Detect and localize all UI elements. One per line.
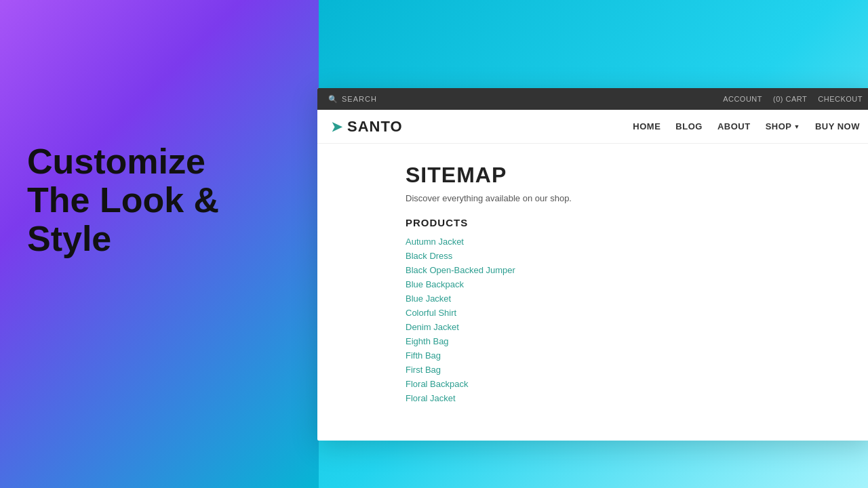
cart-link[interactable]: (0) CART — [773, 95, 807, 103]
store-window: 🔍 SEARCH ACCOUNT (0) CART CHECKOUT ➤ SAN… — [317, 88, 868, 441]
utility-bar-right: ACCOUNT (0) CART CHECKOUT — [723, 95, 863, 103]
product-link-item[interactable]: Blue Backpack — [406, 279, 819, 289]
product-link-item[interactable]: Black Open-Backed Jumper — [406, 265, 819, 275]
nav-blog[interactable]: BLOG — [675, 121, 703, 131]
search-icon: 🔍 — [328, 95, 338, 104]
nav-buy-now[interactable]: BUY NOW — [815, 121, 860, 131]
nav-links: HOME BLOG ABOUT SHOP ▼ BUY NOW — [633, 121, 860, 131]
hero-line1: Customize — [27, 142, 205, 181]
product-link-item[interactable]: Eighth Bag — [406, 336, 819, 346]
product-link-item[interactable]: Black Dress — [406, 251, 819, 261]
brand-name: SANTO — [347, 118, 403, 136]
brand-icon: ➤ — [331, 119, 343, 135]
sitemap-title: SITEMAP — [406, 163, 819, 188]
sitemap-subtitle: Discover everything available on our sho… — [406, 193, 819, 203]
nav-about[interactable]: ABOUT — [717, 121, 751, 131]
product-link-item[interactable]: Floral Jacket — [406, 393, 819, 403]
hero-line3: Style — [27, 219, 111, 258]
nav-shop[interactable]: SHOP ▼ — [766, 121, 800, 131]
hero-text: Customize The Look & Style — [27, 142, 285, 259]
search-label[interactable]: SEARCH — [342, 95, 377, 103]
product-link-item[interactable]: Fifth Bag — [406, 350, 819, 361]
product-links-list: Autumn JacketBlack DressBlack Open-Backe… — [406, 237, 819, 403]
product-link-item[interactable]: Floral Backpack — [406, 379, 819, 389]
hero-line2: The Look & — [27, 180, 219, 220]
utility-bar-left: 🔍 SEARCH — [328, 95, 377, 104]
products-section-title: PRODUCTS — [406, 217, 819, 228]
brand-logo[interactable]: ➤ SANTO — [331, 118, 403, 136]
product-link-item[interactable]: Denim Jacket — [406, 322, 819, 332]
checkout-link[interactable]: CHECKOUT — [818, 95, 863, 103]
main-nav: ➤ SANTO HOME BLOG ABOUT SHOP ▼ BUY NOW — [317, 110, 868, 144]
utility-bar: 🔍 SEARCH ACCOUNT (0) CART CHECKOUT — [317, 88, 868, 110]
content-area: SITEMAP Discover everything available on… — [317, 144, 868, 441]
nav-home[interactable]: HOME — [633, 121, 660, 131]
product-link-item[interactable]: Autumn Jacket — [406, 237, 819, 247]
product-link-item[interactable]: First Bag — [406, 365, 819, 375]
product-link-item[interactable]: Blue Jacket — [406, 293, 819, 304]
shop-dropdown-icon: ▼ — [793, 123, 800, 130]
account-link[interactable]: ACCOUNT — [723, 95, 762, 103]
product-link-item[interactable]: Colorful Shirt — [406, 308, 819, 318]
